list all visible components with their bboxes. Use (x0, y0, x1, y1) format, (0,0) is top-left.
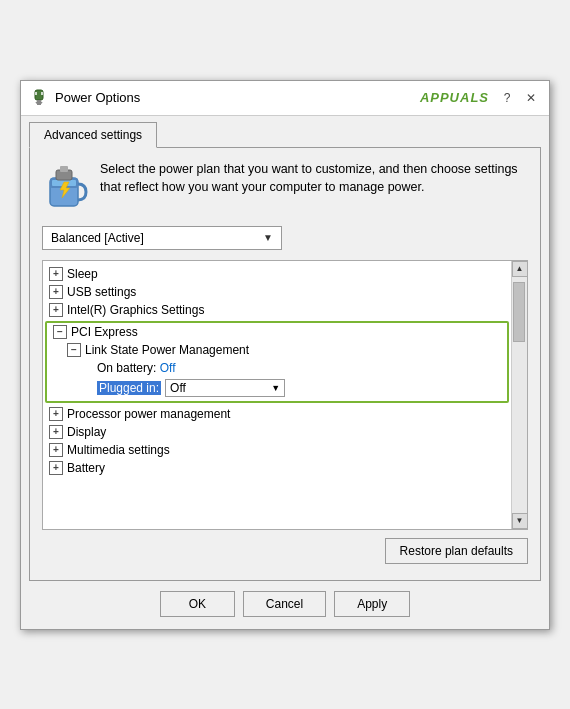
plan-dropdown-label: Balanced [Active] (51, 231, 144, 245)
expand-icon-pci[interactable]: − (53, 325, 67, 339)
content-area: Select the power plan that you want to c… (29, 147, 541, 581)
expand-icon-multimedia[interactable]: + (49, 443, 63, 457)
expand-icon-processor[interactable]: + (49, 407, 63, 421)
cancel-button[interactable]: Cancel (243, 591, 326, 617)
settings-list-container: + Sleep + USB settings + Intel(R) Graphi… (42, 260, 528, 530)
list-item-plugged-in[interactable]: Plugged in: Off ▼ (47, 377, 507, 401)
plugged-in-value: Off (170, 381, 186, 395)
scroll-down-btn[interactable]: ▼ (512, 513, 528, 529)
footer: OK Cancel Apply (21, 581, 549, 629)
pci-express-section: − PCI Express − Link State Power Managem… (45, 321, 509, 403)
list-item-sleep[interactable]: + Sleep (43, 265, 511, 283)
close-button[interactable]: ✕ (521, 88, 541, 108)
scroll-track (512, 277, 527, 513)
bottom-buttons: Restore plan defaults (42, 530, 528, 568)
brand-logo: APPUALS (420, 90, 489, 105)
expand-icon-intel[interactable]: + (49, 303, 63, 317)
scroll-thumb[interactable] (513, 282, 525, 342)
expand-icon-sleep[interactable]: + (49, 267, 63, 281)
description-row: Select the power plan that you want to c… (42, 160, 528, 212)
list-item-link-state[interactable]: − Link State Power Management (47, 341, 507, 359)
apply-button[interactable]: Apply (334, 591, 410, 617)
power-icon-svg (29, 88, 49, 108)
plan-dropdown[interactable]: Balanced [Active] ▼ (42, 226, 282, 250)
plan-dropdown-row: Balanced [Active] ▼ (42, 226, 528, 250)
plan-dropdown-arrow: ▼ (263, 232, 273, 243)
list-item-battery[interactable]: + Battery (43, 459, 511, 477)
expand-icon-usb[interactable]: + (49, 285, 63, 299)
description-text: Select the power plan that you want to c… (100, 160, 528, 198)
power-options-window: Power Options APPUALS ? ✕ Advanced setti… (20, 80, 550, 630)
window-title: Power Options (55, 90, 272, 105)
restore-defaults-button[interactable]: Restore plan defaults (385, 538, 528, 564)
svg-rect-8 (60, 166, 68, 172)
plugged-in-label: Plugged in: (97, 381, 161, 395)
tab-advanced-settings[interactable]: Advanced settings (29, 122, 157, 148)
title-bar: Power Options APPUALS ? ✕ (21, 81, 549, 116)
expand-icon-link-state[interactable]: − (67, 343, 81, 357)
on-battery-value: Off (160, 361, 176, 375)
settings-list: + Sleep + USB settings + Intel(R) Graphi… (43, 261, 511, 529)
tab-bar: Advanced settings (21, 116, 549, 147)
scroll-up-btn[interactable]: ▲ (512, 261, 528, 277)
list-item-on-battery[interactable]: On battery: Off (47, 359, 507, 377)
list-item-processor[interactable]: + Processor power management (43, 405, 511, 423)
list-item-pci[interactable]: − PCI Express (47, 323, 507, 341)
power-plug-icon (42, 160, 90, 212)
expand-icon-battery[interactable]: + (49, 461, 63, 475)
list-item-display[interactable]: + Display (43, 423, 511, 441)
plugged-in-dropdown[interactable]: Off ▼ (165, 379, 285, 397)
ok-button[interactable]: OK (160, 591, 235, 617)
window-controls: ? ✕ (497, 88, 541, 108)
list-item-multimedia[interactable]: + Multimedia settings (43, 441, 511, 459)
list-item-usb[interactable]: + USB settings (43, 283, 511, 301)
plugged-in-arrow: ▼ (271, 383, 280, 393)
list-item-intel[interactable]: + Intel(R) Graphics Settings (43, 301, 511, 319)
help-button[interactable]: ? (497, 88, 517, 108)
window-icon (29, 88, 49, 108)
scrollbar[interactable]: ▲ ▼ (511, 261, 527, 529)
expand-icon-display[interactable]: + (49, 425, 63, 439)
